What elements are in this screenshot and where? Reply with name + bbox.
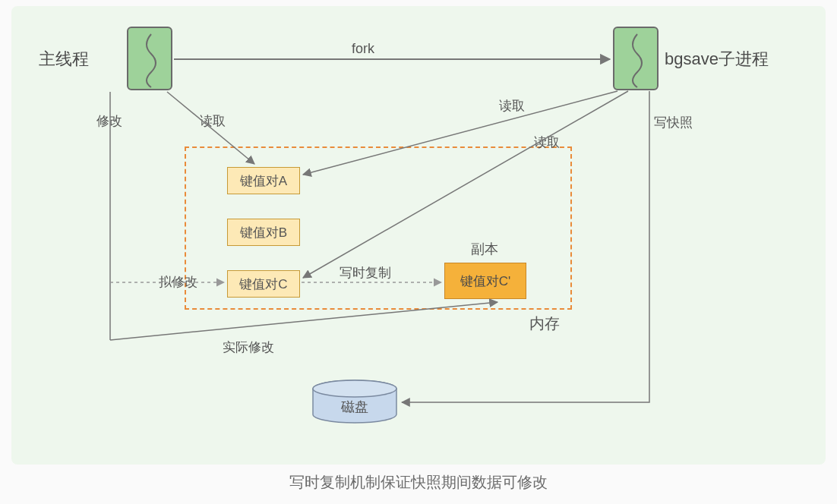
kv-a-box: 键值对A [227,167,300,194]
memory-label: 内存 [529,313,560,334]
svg-point-1 [313,380,396,397]
kv-c-text: 键值对C [239,276,287,293]
main-read-label: 读取 [200,112,226,130]
actual-modify-label: 实际修改 [223,339,274,356]
kv-b-box: 键值对B [227,219,300,246]
bg-read2-label: 读取 [534,134,560,151]
cow-label: 写时复制 [340,264,391,282]
bg-read1-label: 读取 [499,97,525,115]
bgsave-box [613,27,659,90]
copy-title-label: 副本 [471,240,498,258]
kv-b-text: 键值对B [240,224,287,241]
kv-c-box: 键值对C [227,270,300,298]
diagram-caption: 写时复制机制保证快照期间数据可修改 [11,472,826,493]
diagram-canvas: 主线程 bgsave子进程 内存 键值对A 键值对B 键值对C 键值对C' 副本… [11,6,826,465]
kv-c-copy-box: 键值对C' [444,263,526,299]
thread-wave-icon [128,28,174,92]
kv-a-text: 键值对A [240,172,287,190]
fork-label: fork [352,41,374,57]
thread-wave-icon [614,28,660,92]
plan-modify-label: 拟修改 [159,273,197,291]
disk-cylinder: 磁盘 [311,380,399,424]
main-modify-label: 修改 [96,112,122,130]
bgsave-label: bgsave子进程 [665,48,769,71]
snapshot-label: 写快照 [654,114,693,131]
kv-c-copy-text: 键值对C' [460,272,511,290]
main-thread-box [127,27,172,90]
main-thread-label: 主线程 [39,48,89,71]
disk-label: 磁盘 [311,398,399,416]
